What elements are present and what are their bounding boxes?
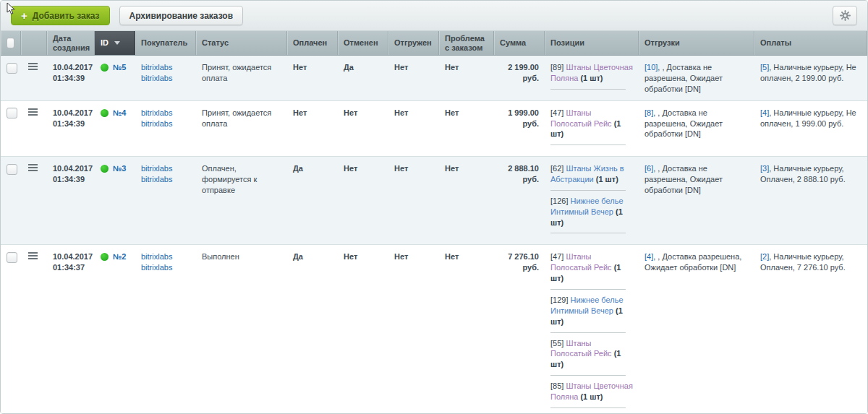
grid-settings-button[interactable] <box>833 6 857 25</box>
column-header-id[interactable]: ID <box>95 31 135 55</box>
problem-value: Нет <box>439 101 494 157</box>
shipment-link[interactable]: [10] <box>644 63 658 72</box>
shipment-link[interactable]: [8] <box>644 108 653 117</box>
column-header-status[interactable]: Статус <box>196 31 287 55</box>
column-header-select[interactable] <box>1 31 21 55</box>
row-select-cell <box>1 56 21 100</box>
position-divider <box>550 145 626 145</box>
order-id-wrap: №3 <box>101 163 129 174</box>
grid-body: 10.04.201701:34:39№5bitrixlabsbitrixlabs… <box>1 56 867 414</box>
hamburger-icon <box>28 164 38 165</box>
order-row: 10.04.201701:34:39№5bitrixlabsbitrixlabs… <box>1 56 867 101</box>
row-menu-button[interactable] <box>27 108 39 118</box>
hamburger-icon <box>28 114 38 116</box>
order-date: 10.04.2017 <box>53 62 89 73</box>
row-checkbox[interactable] <box>7 164 17 175</box>
positions-cell: [89] Штаны Цветочная Поляна (1 шт) <box>545 56 639 100</box>
payment-link[interactable]: [2] <box>760 252 769 261</box>
shipments-cell: [8], , Доставка не разрешена, Ожидает об… <box>639 101 754 157</box>
order-status: Принят, ожидается оплата <box>196 101 287 157</box>
row-menu-button[interactable] <box>27 62 39 72</box>
paid-value: Нет <box>287 101 338 157</box>
column-header-shipped[interactable]: Отгружен <box>388 31 439 55</box>
shipped-value: Нет <box>388 245 439 414</box>
order-id-link[interactable]: №2 <box>113 251 126 262</box>
shipment-text: , , Доставка разрешена, Ожидает обработк… <box>644 252 741 272</box>
hamburger-icon <box>28 108 38 110</box>
column-header-shipments[interactable]: Отгрузки <box>639 31 754 55</box>
position-qty: (1 шт) <box>594 175 618 184</box>
sum-value: 2 888.10 руб. <box>494 157 545 244</box>
positions-cell: [62] Штаны Жизнь в Абстракции (1 шт)[126… <box>545 157 639 244</box>
row-menu-cell <box>21 101 47 157</box>
positions-cell: [47] Штаны Полосатый Рейс (1 шт)[129] Ни… <box>545 245 639 414</box>
position-code: [62] <box>550 164 566 173</box>
row-menu-button[interactable] <box>27 163 39 173</box>
customer-link[interactable]: bitrixlabs <box>141 163 190 174</box>
customer-link[interactable]: bitrixlabs <box>141 118 190 129</box>
position-item: [47] Штаны Полосатый Рейс (1 шт) <box>550 108 633 140</box>
customer-link[interactable]: bitrixlabs <box>141 251 190 262</box>
position-divider <box>550 233 626 233</box>
select-all-checkbox[interactable] <box>7 38 14 48</box>
position-divider <box>550 190 626 191</box>
shipped-value: Нет <box>388 56 439 100</box>
order-time: 01:34:39 <box>53 118 89 129</box>
canceled-value: Нет <box>338 101 388 157</box>
column-header-payments[interactable]: Оплаты <box>754 31 867 55</box>
row-select-cell <box>1 101 21 157</box>
column-header-problem[interactable]: Проблема с заказом <box>439 31 494 55</box>
order-date: 10.04.2017 <box>53 108 89 118</box>
shipments-cell: [4], , Доставка разрешена, Ожидает обраб… <box>639 245 754 414</box>
shipment-link[interactable]: [4] <box>644 252 653 261</box>
order-date-cell: 10.04.201701:34:37 <box>47 245 95 414</box>
order-time: 01:34:37 <box>53 262 89 273</box>
archive-orders-button[interactable]: Архивирование заказов <box>119 6 244 25</box>
order-time: 01:34:39 <box>53 174 89 185</box>
row-checkbox[interactable] <box>7 108 17 118</box>
position-item: [89] Штаны Цветочная Поляна (1 шт) <box>550 62 633 84</box>
column-header-label: Позиции <box>550 38 584 48</box>
canceled-value: Нет <box>338 245 388 414</box>
order-id-link[interactable]: №5 <box>113 62 126 73</box>
payment-link[interactable]: [4] <box>760 108 769 117</box>
payment-link[interactable]: [3] <box>760 164 769 173</box>
add-order-button[interactable]: + Добавить заказ <box>11 6 110 25</box>
column-header-paid[interactable]: Оплачен <box>287 31 338 55</box>
position-code: [89] <box>550 63 566 72</box>
column-header-date[interactable]: Дата создания <box>47 31 95 55</box>
hamburger-icon <box>28 111 38 113</box>
column-header-customer[interactable]: Покупатель <box>135 31 196 55</box>
position-code: [55] <box>550 339 566 348</box>
payment-link[interactable]: [5] <box>760 63 769 72</box>
sum-value: 1 999.00 руб. <box>494 101 545 157</box>
column-header-menu[interactable] <box>21 31 47 55</box>
row-menu-button[interactable] <box>27 251 39 262</box>
customer-link[interactable]: bitrixlabs <box>141 73 190 84</box>
shipments-cell: [6], , Доставка не разрешена, Ожидает об… <box>639 157 754 244</box>
status-dot-icon <box>101 253 109 261</box>
hamburger-icon <box>28 63 38 64</box>
customer-link[interactable]: bitrixlabs <box>141 108 190 118</box>
position-code: [129] <box>550 296 571 304</box>
customer-link[interactable]: bitrixlabs <box>141 262 190 273</box>
order-id-wrap: №2 <box>101 251 129 262</box>
customer-link[interactable]: bitrixlabs <box>141 174 190 185</box>
row-menu-cell <box>21 157 47 244</box>
hamburger-icon <box>28 69 38 70</box>
order-id-link[interactable]: №4 <box>113 108 126 118</box>
customer-link[interactable]: bitrixlabs <box>141 62 190 73</box>
column-header-canceled[interactable]: Отменен <box>338 31 388 55</box>
shipment-link[interactable]: [6] <box>644 164 653 173</box>
payment-text: , Наличные курьеру, Оплачен, 2 888.10 ру… <box>760 164 846 184</box>
hamburger-icon <box>28 66 38 67</box>
column-header-sum[interactable]: Сумма <box>494 31 545 55</box>
paid-value: Да <box>287 157 338 244</box>
position-code: [47] <box>550 108 566 117</box>
hamburger-icon <box>28 258 38 259</box>
row-checkbox[interactable] <box>7 252 17 263</box>
row-checkbox[interactable] <box>7 63 17 74</box>
order-id-link[interactable]: №3 <box>113 163 126 174</box>
column-header-positions[interactable]: Позиции <box>545 31 639 55</box>
payment-text: , Наличные курьеру, Оплачен, 7 276.10 ру… <box>760 252 846 272</box>
